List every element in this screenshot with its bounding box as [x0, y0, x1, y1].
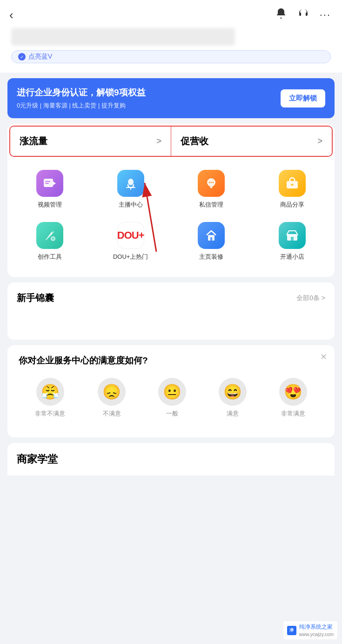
- icon-product-share[interactable]: 商品分享: [252, 163, 333, 215]
- academy-section: 商家学堂: [7, 443, 335, 476]
- emoji-satisfied: 😄: [219, 378, 247, 406]
- creative-icon: [36, 222, 63, 249]
- shop-label: 开通小店: [280, 253, 304, 261]
- icon-video-management[interactable]: 视频管理: [9, 163, 90, 215]
- home-label: 主页装修: [199, 253, 223, 261]
- beginners-content: [17, 312, 325, 330]
- survey-option-neutral[interactable]: 😐 一般: [158, 378, 186, 418]
- more-button[interactable]: ···: [320, 9, 331, 21]
- beginners-header: 新手锦囊 全部0条 >: [17, 292, 325, 304]
- emoji-very-dissatisfied: 😤: [36, 378, 64, 406]
- svg-point-12: [213, 182, 214, 183]
- unlock-button[interactable]: 立即解锁: [281, 89, 325, 107]
- message-icon: [198, 170, 225, 197]
- banner-content: 进行企业身份认证，解锁9项权益 0元升级 | 海量客源 | 线上卖货 | 提升复…: [17, 87, 146, 110]
- svg-rect-14: [291, 184, 294, 186]
- survey-option-satisfied[interactable]: 😄 满意: [219, 378, 247, 418]
- video-icon: [36, 170, 63, 197]
- icon-home-decor[interactable]: 主页装修: [171, 215, 252, 268]
- bell-icon[interactable]: [275, 7, 287, 22]
- watermark-text: 纯净系统之家 www.ycwjzy.com: [299, 623, 334, 637]
- anchor-icon: [117, 170, 144, 197]
- blue-v-label: 点亮蓝V: [28, 53, 52, 61]
- main-function-card: 涨流量 > 促营收 >: [7, 124, 335, 277]
- survey-option-dissatisfied[interactable]: 😞 不满意: [98, 378, 126, 418]
- dou-label: DOU+上热门: [113, 253, 148, 261]
- creative-label: 创作工具: [38, 253, 62, 261]
- anchor-label: 主播中心: [119, 201, 143, 209]
- blue-v-check-icon: ✓: [18, 53, 26, 60]
- tab-revenue-chevron: >: [317, 136, 322, 146]
- tab-traffic-label: 涨流量: [20, 135, 47, 148]
- blue-v-badge[interactable]: ✓ 点亮蓝V: [11, 50, 331, 63]
- message-label: 私信管理: [199, 201, 223, 209]
- emoji-label-very-satisfied: 非常满意: [281, 409, 305, 418]
- banner-subtitle: 0元升级 | 海量客源 | 线上卖货 | 提升复购: [17, 101, 146, 110]
- tab-traffic[interactable]: 涨流量 >: [10, 127, 171, 156]
- svg-marker-3: [53, 181, 56, 185]
- beginners-title: 新手锦囊: [17, 292, 54, 304]
- beginners-section: 新手锦囊 全部0条 >: [7, 282, 335, 340]
- svg-point-6: [128, 179, 134, 185]
- beginners-more[interactable]: 全部0条 >: [296, 294, 325, 302]
- icon-anchor-center[interactable]: 主播中心: [90, 163, 171, 215]
- video-label: 视频管理: [38, 201, 62, 209]
- profile-section: ✓ 点亮蓝V: [0, 28, 342, 73]
- icon-grid: 视频管理 主播中心: [7, 159, 335, 277]
- tab-row: 涨流量 > 促营收 >: [9, 126, 333, 157]
- profile-blurred-info: [11, 28, 235, 46]
- svg-rect-17: [210, 237, 212, 241]
- product-label: 商品分享: [280, 201, 304, 209]
- back-button[interactable]: ‹: [9, 8, 13, 22]
- icon-message-management[interactable]: 私信管理: [171, 163, 252, 215]
- survey-card: ✕ 你对企业服务中心的满意度如何? 😤 非常不满意 😞 不满意 😐 一般 😄 满…: [7, 345, 335, 437]
- survey-options: 😤 非常不满意 😞 不满意 😐 一般 😄 满意 😍 非常满意: [19, 378, 323, 418]
- svg-rect-5: [45, 183, 49, 184]
- headset-icon[interactable]: [297, 7, 309, 22]
- watermark: 净 纯净系统之家 www.ycwjzy.com: [283, 621, 337, 639]
- tab-traffic-chevron: >: [156, 136, 161, 146]
- survey-option-very-dissatisfied[interactable]: 😤 非常不满意: [35, 378, 65, 418]
- emoji-label-satisfied: 满意: [227, 409, 239, 418]
- svg-rect-4: [45, 181, 50, 182]
- emoji-very-satisfied: 😍: [279, 378, 307, 406]
- icon-open-shop[interactable]: 开通小店: [252, 215, 333, 268]
- shop-icon: [279, 222, 306, 249]
- tab-revenue[interactable]: 促营收 >: [171, 127, 332, 156]
- dou-text: DOU+: [117, 230, 144, 241]
- header: ‹ ···: [0, 0, 342, 28]
- survey-close-button[interactable]: ✕: [320, 352, 327, 362]
- svg-point-10: [209, 182, 210, 183]
- emoji-label-neutral: 一般: [166, 409, 178, 418]
- icon-creative-tools[interactable]: 创作工具: [9, 215, 90, 268]
- emoji-dissatisfied: 😞: [98, 378, 126, 406]
- product-icon: [279, 170, 306, 197]
- header-actions: ···: [275, 7, 331, 22]
- dou-plus-icon: DOU+: [117, 222, 144, 249]
- emoji-label-dissatisfied: 不满意: [103, 409, 121, 418]
- survey-option-very-satisfied[interactable]: 😍 非常满意: [279, 378, 307, 418]
- emoji-neutral: 😐: [158, 378, 186, 406]
- academy-title: 商家学堂: [17, 453, 58, 465]
- enterprise-banner: 进行企业身份认证，解锁9项权益 0元升级 | 海量客源 | 线上卖货 | 提升复…: [7, 78, 335, 118]
- tab-revenue-label: 促营收: [181, 135, 208, 148]
- svg-point-11: [211, 182, 212, 183]
- emoji-label-very-dissatisfied: 非常不满意: [35, 409, 65, 418]
- icon-dou-plus[interactable]: DOU+ DOU+上热门: [90, 215, 171, 268]
- beginners-more-label: 全部0条: [296, 294, 320, 302]
- banner-title: 进行企业身份认证，解锁9项权益: [17, 87, 146, 99]
- survey-title: 你对企业服务中心的满意度如何?: [19, 355, 323, 367]
- home-icon: [198, 222, 225, 249]
- watermark-logo: 净: [287, 626, 296, 635]
- svg-rect-19: [291, 237, 294, 241]
- beginners-chevron: >: [322, 294, 325, 302]
